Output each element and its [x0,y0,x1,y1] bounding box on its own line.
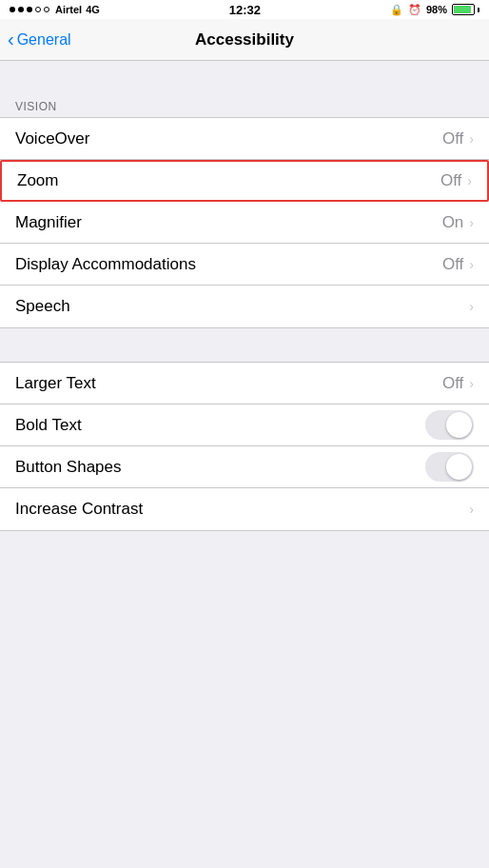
back-chevron-icon: ‹ [8,30,14,49]
lock-icon: 🔒 [390,4,403,16]
button-shapes-right [425,452,474,482]
dot-3 [27,7,32,12]
alarm-icon: ⏰ [408,4,421,16]
voiceover-value: Off [442,129,463,148]
settings-row-bold-text[interactable]: Bold Text [0,404,489,446]
bold-text-toggle[interactable] [425,410,474,440]
signal-dots [10,7,49,12]
speech-right: › [469,299,474,314]
larger-text-chevron-icon: › [469,376,474,391]
voiceover-right: Off › [442,129,474,148]
settings-row-magnifier[interactable]: Magnifier On › [0,202,489,244]
voiceover-label: VoiceOver [15,129,89,148]
display-accommodations-chevron-icon: › [469,257,474,272]
magnifier-label: Magnifier [15,213,82,232]
display-accommodations-label: Display Accommodations [15,255,196,274]
increase-contrast-right: › [469,502,474,517]
zoom-value: Off [440,171,461,190]
dot-4 [35,7,41,12]
button-shapes-toggle[interactable] [425,452,474,482]
magnifier-right: On › [442,213,474,232]
status-right: 🔒 ⏰ 98% [390,4,479,16]
settings-row-speech[interactable]: Speech › [0,286,489,327]
battery-fill [454,6,471,13]
nav-bar: ‹ General Accessibility [0,19,489,61]
status-bar: Airtel 4G 12:32 🔒 ⏰ 98% [0,0,489,19]
speech-chevron-icon: › [469,299,474,314]
zoom-chevron-icon: › [467,173,472,188]
dot-2 [18,7,24,12]
magnifier-value: On [442,213,464,232]
settings-row-button-shapes[interactable]: Button Shapes [0,446,489,488]
increase-contrast-chevron-icon: › [469,502,474,517]
settings-row-display-accommodations[interactable]: Display Accommodations Off › [0,244,489,286]
section-gap-2 [0,328,489,362]
settings-row-zoom[interactable]: Zoom Off › [0,160,489,202]
page-title: Accessibility [195,30,294,49]
zoom-right: Off › [440,171,472,190]
settings-row-increase-contrast[interactable]: Increase Contrast › [0,488,489,530]
dot-1 [10,7,15,12]
settings-row-larger-text[interactable]: Larger Text Off › [0,363,489,404]
back-label: General [17,31,71,49]
larger-text-right: Off › [442,374,474,393]
status-left: Airtel 4G [10,4,100,15]
dot-5 [44,7,49,12]
battery-body [452,4,475,15]
bold-text-right [425,410,474,440]
clock: 12:32 [229,3,261,17]
settings-row-voiceover[interactable]: VoiceOver Off › [0,118,489,160]
battery-tip [478,8,479,12]
battery-icon [452,4,479,15]
larger-text-label: Larger Text [15,374,96,393]
section-gap-top [0,61,489,94]
display-accommodations-value: Off [442,255,463,274]
battery-pct: 98% [426,4,447,15]
button-shapes-toggle-knob [446,454,472,480]
voiceover-chevron-icon: › [469,131,474,147]
speech-label: Speech [15,297,70,316]
vision-group: VoiceOver Off › Zoom Off › Magnifier On … [0,117,489,328]
larger-text-value: Off [442,374,463,393]
magnifier-chevron-icon: › [469,215,474,230]
back-button[interactable]: ‹ General [8,30,71,49]
bold-text-label: Bold Text [15,416,82,435]
bold-text-toggle-knob [446,412,472,438]
carrier-label: Airtel [55,4,82,15]
increase-contrast-label: Increase Contrast [15,500,143,519]
network-label: 4G [86,4,100,15]
zoom-label: Zoom [17,171,58,190]
text-group: Larger Text Off › Bold Text Button Shape… [0,362,489,531]
display-accommodations-right: Off › [442,255,474,274]
section-header-vision: VISION [0,94,489,117]
button-shapes-label: Button Shapes [15,458,122,477]
